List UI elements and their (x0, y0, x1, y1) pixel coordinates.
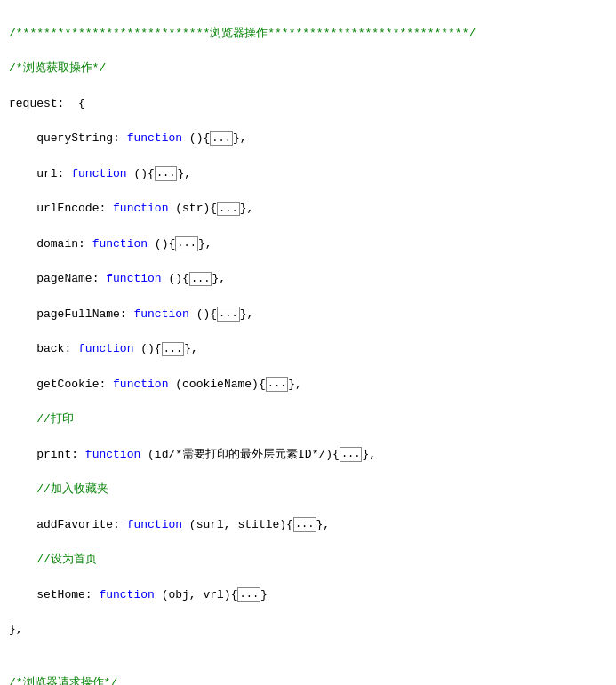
line-15: addFavorite: function (surl, stitle){...… (9, 516, 607, 534)
line-14: //加入收藏夹 (9, 481, 607, 498)
line-5: url: function (){...}, (9, 165, 607, 183)
line-11: getCookie: function (cookieName){...}, (9, 376, 607, 394)
code-content: /****************************浏览器操作******… (9, 7, 607, 685)
line-9: pageFullName: function (){...}, (9, 306, 607, 323)
line-7: domain: function (){...}, (9, 235, 607, 253)
line-10: back: function (){...}, (9, 340, 607, 358)
line-13: print: function (id/*需要打印的最外层元素ID*/){...… (9, 446, 607, 464)
line-17: setHome: function (obj, vrl){...} (9, 586, 607, 604)
line-4: queryString: function (){...}, (9, 130, 607, 147)
line-3: request: { (9, 95, 607, 113)
code-editor: /****************************浏览器操作******… (0, 0, 616, 685)
line-12: //打印 (9, 410, 607, 428)
line-18: }, (9, 621, 607, 639)
line-8: pageName: function (){...}, (9, 270, 607, 288)
line-6: urlEncode: function (str){...}, (9, 200, 607, 218)
line-1: /****************************浏览器操作******… (9, 25, 607, 43)
line-20: /*浏览器请求操作*/ (9, 674, 607, 686)
line-16: //设为首页 (9, 551, 607, 569)
line-2: /*浏览获取操作*/ (9, 60, 607, 77)
